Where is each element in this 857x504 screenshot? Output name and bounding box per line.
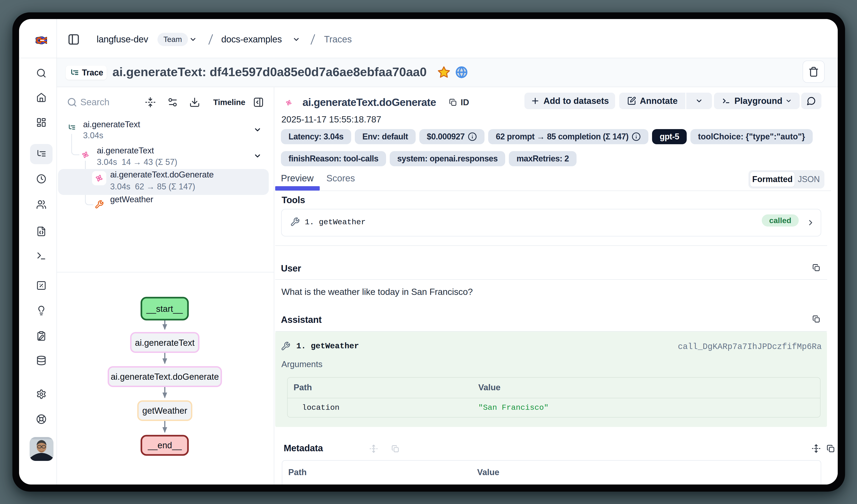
- svg-text:ai.generateText: ai.generateText: [135, 338, 195, 348]
- svg-text:__end__: __end__: [148, 440, 182, 450]
- svg-text:getWeather: getWeather: [142, 406, 187, 416]
- svg-text:ai.generateText.doGenerate: ai.generateText.doGenerate: [111, 372, 219, 382]
- svg-text:__start__: __start__: [146, 304, 183, 314]
